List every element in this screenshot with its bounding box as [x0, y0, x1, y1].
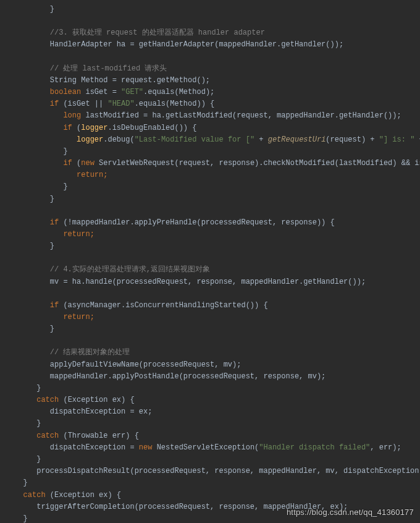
code-token — [10, 124, 63, 132]
code-line: if (isGet || "HEAD".equals(Method)) { — [10, 98, 420, 110]
watermark-text: https://blog.csdn.net/qq_41360177 — [287, 506, 414, 519]
code-token: (!mappedHandler.applyPreHandle(processed… — [59, 218, 334, 227]
code-token: } — [10, 5, 54, 14]
code-line: if (!mappedHandler.applyPreHandle(proces… — [10, 217, 420, 229]
code-token: ( — [72, 159, 81, 168]
code-token: if — [50, 218, 59, 227]
code-token: logger — [77, 135, 103, 144]
code-token — [10, 491, 23, 500]
code-line — [10, 252, 420, 264]
code-token: } — [10, 419, 41, 428]
code-line: if (asyncManager.isConcurrentHandlingSta… — [10, 300, 420, 312]
code-line — [10, 51, 420, 63]
code-token: mappedHandler.applyPostHandle(processedR… — [10, 372, 326, 381]
code-token — [10, 100, 50, 108]
code-token — [10, 396, 36, 404]
code-token: dispatchException = ex; — [10, 407, 152, 416]
code-token: mv = ha.handle(processedRequest, respons… — [10, 278, 366, 286]
code-line: } — [10, 418, 420, 430]
code-token: catch — [23, 491, 46, 500]
code-token: logger — [81, 124, 107, 132]
code-token — [10, 348, 50, 357]
code-token: catch — [36, 432, 59, 440]
code-token — [10, 265, 50, 274]
code-token: NestedServletException( — [152, 443, 259, 452]
code-token — [10, 88, 50, 96]
code-token: .equals(Method); — [143, 88, 214, 96]
code-token: processDispatchResult(processedRequest, … — [10, 467, 420, 475]
code-line — [10, 15, 420, 27]
code-token: } — [10, 182, 68, 191]
code-line: applyDefaultViewName(processedRequest, m… — [10, 359, 420, 371]
code-line: dispatchException = ex; — [10, 406, 420, 418]
code-token: // 处理 last-modified 请求头 — [50, 64, 167, 73]
code-token: (Throwable err) { — [59, 432, 139, 440]
code-line: catch (Exception ex) { — [10, 394, 420, 406]
code-token: if — [63, 159, 72, 168]
code-line: } — [10, 193, 420, 205]
code-token: , err); — [370, 443, 401, 452]
code-line: catch (Exception ex) { — [10, 490, 420, 501]
code-line — [10, 288, 420, 300]
code-line: return; — [10, 312, 420, 323]
code-line: // 4.实际的处理器处理请求,返回结果视图对象 — [10, 264, 420, 276]
code-line: if (new ServletWebRequest(request, respo… — [10, 158, 420, 169]
code-token: if — [50, 301, 59, 310]
code-line: return; — [10, 229, 420, 240]
code-token: "Last-Modified value for [" — [135, 135, 254, 144]
code-line: } — [10, 181, 420, 193]
code-token: new — [81, 159, 94, 168]
code-line: dispatchException = new NestedServletExc… — [10, 442, 420, 454]
code-token: (asyncManager.isConcurrentHandlingStarte… — [59, 301, 267, 310]
code-line: processDispatchResult(processedRequest, … — [10, 466, 420, 477]
code-token: if — [63, 124, 72, 132]
code-token: } — [10, 478, 28, 487]
code-line: return; — [10, 169, 420, 181]
code-line: mappedHandler.applyPostHandle(processedR… — [10, 371, 420, 383]
code-token: .debug( — [103, 135, 134, 144]
code-token — [10, 135, 77, 144]
code-line: } — [10, 383, 420, 394]
code-line: if (logger.isDebugEnabled()) { — [10, 122, 420, 134]
code-token: .equals(Method)) { — [135, 100, 215, 108]
code-token: // 4.实际的处理器处理请求,返回结果视图对象 — [50, 265, 210, 274]
code-token: (request) + — [326, 135, 379, 144]
code-line — [10, 205, 420, 217]
code-line: HandlerAdapter ha = getHandlerAdapter(ma… — [10, 39, 420, 51]
code-token: .isDebugEnabled()) { — [107, 124, 196, 132]
code-token: ( — [72, 124, 81, 132]
code-token — [10, 111, 63, 120]
code-token: if — [50, 100, 59, 108]
code-token: } — [10, 242, 54, 250]
code-token: (isGet || — [59, 100, 107, 108]
code-token: long — [63, 111, 81, 120]
code-token: "] is: " — [379, 135, 415, 144]
code-line: // 处理 last-modified 请求头 — [10, 63, 420, 75]
code-line: //3. 获取处理 request 的处理器适配器 handler adapte… — [10, 27, 420, 39]
code-line: long lastModified = ha.getLastModified(r… — [10, 110, 420, 122]
code-token — [10, 432, 36, 440]
code-line: } — [10, 454, 420, 466]
code-line: mv = ha.handle(processedRequest, respons… — [10, 276, 420, 288]
code-line — [10, 335, 420, 347]
code-editor[interactable]: } //3. 获取处理 request 的处理器适配器 handler adap… — [0, 0, 420, 523]
code-token: "GET" — [121, 88, 143, 96]
code-token: "Handler dispatch failed" — [259, 443, 370, 452]
code-token — [10, 301, 50, 310]
code-line: } — [10, 477, 420, 489]
code-token: } — [10, 514, 28, 523]
code-line: logger.debug("Last-Modified value for ["… — [10, 134, 420, 146]
code-line: boolean isGet = "GET".equals(Method); — [10, 87, 420, 98]
code-token: String Method = request.getMethod(); — [10, 76, 210, 85]
code-token: HandlerAdapter ha = getHandlerAdapter(ma… — [10, 40, 343, 49]
code-token: } — [10, 325, 54, 333]
code-token — [10, 159, 63, 168]
code-token: return; — [77, 171, 107, 179]
code-token — [10, 313, 63, 321]
code-token: (Exception ex) { — [46, 491, 121, 500]
code-token: + — [254, 135, 268, 144]
code-line: } — [10, 240, 420, 252]
code-token — [10, 171, 77, 179]
code-token: boolean — [50, 88, 81, 96]
code-token: ServletWebRequest(request, response).che… — [94, 159, 420, 168]
